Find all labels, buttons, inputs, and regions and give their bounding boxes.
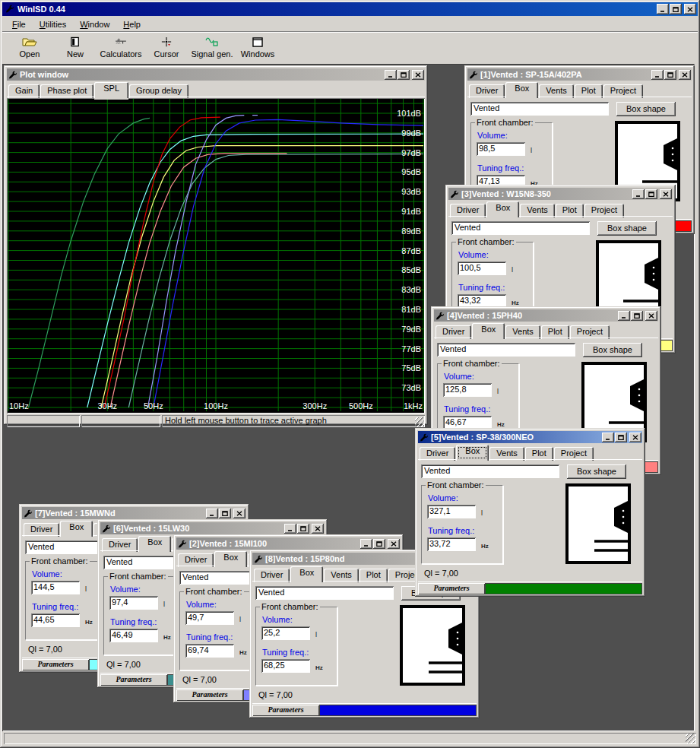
tuning-freq-input[interactable]: 46,49 <box>109 629 158 642</box>
maximize-button[interactable] <box>631 311 643 321</box>
vented-titlebar[interactable]: [4]Vented : 15PH40 <box>434 309 658 322</box>
close-button[interactable] <box>629 433 641 442</box>
tab-driver[interactable]: Driver <box>102 538 138 552</box>
maximize-button[interactable] <box>664 70 676 80</box>
tab-project[interactable]: Project <box>570 325 610 339</box>
tab-driver[interactable]: Driver <box>420 447 455 461</box>
close-button[interactable] <box>233 509 245 518</box>
toolbar-button-cursor[interactable]: Cursor <box>144 34 189 62</box>
toolbar-button-calculators[interactable]: Calculators <box>98 34 144 62</box>
tab-project[interactable]: Project <box>603 84 643 98</box>
maximize-button[interactable] <box>615 433 627 442</box>
maximize-button[interactable] <box>398 70 410 80</box>
close-button[interactable] <box>684 4 696 14</box>
minimize-button[interactable] <box>651 70 664 80</box>
box-shape-button[interactable]: Box shape <box>597 221 657 236</box>
minimize-button[interactable] <box>385 70 397 80</box>
minimize-button[interactable] <box>618 311 630 321</box>
maximize-button[interactable] <box>670 4 682 14</box>
box-shape-button[interactable]: Box shape <box>616 102 676 116</box>
close-button[interactable] <box>660 189 672 199</box>
vented-titlebar[interactable]: [6]Vented : 15LW30 <box>100 522 325 534</box>
tab-driver[interactable]: Driver <box>450 204 486 217</box>
tab-vents[interactable]: Vents <box>539 84 574 98</box>
tab-plot[interactable]: Plot <box>575 84 603 98</box>
minimize-button[interactable] <box>657 4 669 14</box>
volume-input[interactable]: 327,1 <box>427 505 476 518</box>
toolbar-button-windows[interactable]: Windows <box>235 34 280 62</box>
enclosure-type-field[interactable]: Vented <box>451 221 590 235</box>
tab-vents[interactable]: Vents <box>505 325 540 339</box>
tab-box[interactable]: Box <box>214 551 247 567</box>
tab-driver[interactable]: Driver <box>469 84 505 98</box>
tab-box[interactable]: Box <box>138 536 171 552</box>
plot-resize-grip[interactable] <box>415 417 424 426</box>
tuning-freq-input[interactable]: 69,74 <box>185 644 234 658</box>
vented-titlebar[interactable]: [1]Vented : SP-15A/402PA <box>467 68 692 81</box>
tab-phase-plot[interactable]: Phase plot <box>40 84 93 98</box>
enclosure-type-field[interactable]: Vented <box>437 343 575 357</box>
tab-driver[interactable]: Driver <box>254 569 290 582</box>
tab-driver[interactable]: Driver <box>24 523 59 537</box>
menu-item-utilities[interactable]: Utilities <box>33 18 73 30</box>
plot-titlebar[interactable]: Plot window <box>7 68 425 81</box>
tuning-freq-input[interactable]: 33,72 <box>427 537 476 551</box>
maximize-button[interactable] <box>645 189 657 199</box>
tab-plot[interactable]: Plot <box>556 204 584 217</box>
maximize-button[interactable] <box>297 524 309 534</box>
vented-titlebar[interactable]: [7]Vented : 15MWNd <box>22 507 246 519</box>
vented-titlebar[interactable]: [2]Vented : 15MI100 <box>176 537 401 550</box>
tab-box[interactable]: Box <box>456 445 489 461</box>
close-button[interactable] <box>412 70 424 80</box>
close-button[interactable] <box>645 311 657 321</box>
tab-box[interactable]: Box <box>505 82 538 98</box>
box-shape-button[interactable]: Box shape <box>583 343 642 357</box>
volume-input[interactable]: 49,7 <box>185 611 234 625</box>
volume-input[interactable]: 144,5 <box>31 581 80 594</box>
close-button[interactable] <box>388 539 400 549</box>
minimize-button[interactable] <box>632 189 645 199</box>
tab-box[interactable]: Box <box>472 323 505 339</box>
toolbar-button-open[interactable]: Open <box>7 34 52 62</box>
tab-plot[interactable]: Plot <box>525 447 553 461</box>
maximize-button[interactable] <box>219 509 231 518</box>
spl-chart[interactable]: 101dB99dB97dB95dB93dB91dB89dB87dB85dB83d… <box>8 99 424 411</box>
tab-gain[interactable]: Gain <box>8 84 40 98</box>
tab-plot[interactable]: Plot <box>541 325 569 339</box>
toolbar-button-new[interactable]: New <box>52 34 98 62</box>
parameters-tab[interactable]: Parameters <box>418 583 485 594</box>
tuning-freq-input[interactable]: 44,65 <box>31 613 80 627</box>
vented-titlebar[interactable]: [5]Vented : SP-38/300NEO <box>418 431 642 443</box>
main-titlebar[interactable]: WinISD 0.44 <box>2 2 698 16</box>
volume-input[interactable]: 100,5 <box>458 261 506 275</box>
close-button[interactable] <box>312 524 324 534</box>
tab-driver[interactable]: Driver <box>178 553 214 567</box>
volume-input[interactable]: 97,4 <box>109 596 158 610</box>
tab-group-delay[interactable]: Group delay <box>129 84 188 98</box>
parameters-tab[interactable]: Parameters <box>100 674 167 686</box>
minimize-button[interactable] <box>284 524 296 534</box>
maximize-button[interactable] <box>373 539 385 549</box>
toolbar-button-signal-gen-[interactable]: Signal gen. <box>189 34 235 62</box>
parameters-tab[interactable]: Parameters <box>22 659 89 670</box>
tab-driver[interactable]: Driver <box>436 325 471 339</box>
volume-input[interactable]: 125,8 <box>443 383 492 397</box>
tab-project[interactable]: Project <box>554 447 594 461</box>
menu-item-window[interactable]: Window <box>73 18 116 30</box>
minimize-button[interactable] <box>602 433 614 442</box>
resize-grip[interactable] <box>686 734 695 743</box>
vented-titlebar[interactable]: [3]Vented : W15N8-350 <box>448 188 673 200</box>
parameters-tab[interactable]: Parameters <box>252 705 319 716</box>
minimize-button[interactable] <box>206 509 218 518</box>
tab-vents[interactable]: Vents <box>324 569 359 582</box>
parameters-tab[interactable]: Parameters <box>176 689 243 701</box>
tab-project[interactable]: Project <box>584 204 624 217</box>
enclosure-type-field[interactable]: Vented <box>255 586 394 600</box>
tab-box[interactable]: Box <box>486 201 519 217</box>
volume-input[interactable]: 25,2 <box>261 626 310 640</box>
tab-vents[interactable]: Vents <box>520 204 555 217</box>
volume-input[interactable]: 98,5 <box>477 142 525 156</box>
menu-item-help[interactable]: Help <box>116 18 147 30</box>
tab-box[interactable]: Box <box>60 521 93 537</box>
tab-spl[interactable]: SPL <box>94 82 128 98</box>
